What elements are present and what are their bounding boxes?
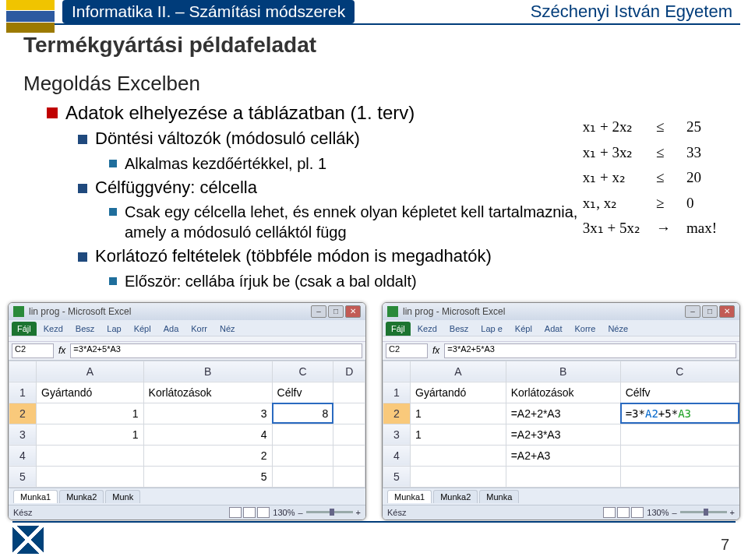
view-mode-icons[interactable] — [603, 507, 644, 518]
sheet-tab[interactable]: Munk — [105, 490, 140, 503]
formula-input[interactable]: =3*A2+5*A3 — [444, 343, 736, 358]
row-header[interactable]: 5 — [383, 466, 411, 487]
cell[interactable] — [333, 424, 365, 445]
tab-layout[interactable]: Lap e — [475, 322, 508, 336]
cell[interactable] — [333, 466, 365, 487]
tab-home[interactable]: Kezd — [412, 322, 443, 336]
fx-icon[interactable]: fx — [58, 345, 65, 356]
sheet-tab[interactable]: Munka1 — [13, 490, 58, 503]
tab-formulas[interactable]: Képl — [129, 322, 157, 336]
cell[interactable]: Gyártandó — [411, 382, 506, 403]
cell[interactable]: 3 — [143, 403, 272, 424]
col-header-c[interactable]: C — [620, 361, 739, 382]
cell[interactable] — [620, 424, 739, 445]
cell[interactable] — [333, 382, 365, 403]
row-header[interactable]: 1 — [383, 382, 411, 403]
zoom-in-button[interactable]: + — [730, 508, 735, 517]
close-button[interactable]: ✕ — [719, 305, 735, 318]
cell[interactable]: =A2+2*A3 — [506, 403, 620, 424]
cell[interactable] — [37, 445, 144, 466]
cell[interactable]: Célfv — [272, 382, 333, 403]
view-mode-icons[interactable] — [229, 507, 270, 518]
cell[interactable]: Gyártandó — [37, 382, 144, 403]
sheet-tab[interactable]: Munka — [479, 490, 519, 503]
tab-formulas[interactable]: Képl — [510, 322, 538, 336]
tab-data[interactable]: Adat — [539, 322, 568, 336]
zoom-out-button[interactable]: – — [672, 508, 676, 517]
cell[interactable] — [333, 403, 365, 424]
row-header[interactable]: 2 — [383, 403, 411, 424]
col-header-b[interactable]: B — [506, 361, 620, 382]
close-button[interactable]: ✕ — [345, 305, 361, 318]
zoom-in-button[interactable]: + — [356, 508, 361, 517]
cell[interactable] — [272, 466, 333, 487]
col-header-b[interactable]: B — [143, 361, 272, 382]
tab-home[interactable]: Kezd — [38, 322, 69, 336]
maximize-button[interactable]: □ — [702, 305, 718, 318]
zoom-level[interactable]: 130% — [273, 508, 295, 517]
cell[interactable]: 1 — [411, 424, 506, 445]
cell[interactable] — [506, 466, 620, 487]
row-header[interactable]: 3 — [9, 424, 37, 445]
row-header[interactable]: 3 — [383, 424, 411, 445]
cell[interactable]: Korlátozások — [143, 382, 272, 403]
tab-file[interactable]: Fájl — [386, 322, 411, 336]
row-header[interactable]: 4 — [383, 445, 411, 466]
cell[interactable]: 5 — [143, 466, 272, 487]
formula-input[interactable]: =3*A2+5*A3 — [70, 343, 362, 358]
minimize-button[interactable]: – — [311, 305, 326, 318]
cell[interactable]: Célfv — [620, 382, 739, 403]
active-cell[interactable]: 8 — [272, 403, 333, 424]
sheet-tab[interactable]: Munka2 — [433, 490, 478, 503]
tab-review[interactable]: Korr — [185, 322, 213, 336]
cell[interactable]: 1 — [411, 403, 506, 424]
tab-view[interactable]: Néz — [214, 322, 241, 336]
tab-view[interactable]: Néze — [602, 322, 633, 336]
cell[interactable] — [411, 445, 506, 466]
cell[interactable]: =A2+A3 — [506, 445, 620, 466]
tab-layout[interactable]: Lap — [101, 322, 126, 336]
row-header[interactable]: 1 — [9, 382, 37, 403]
row-header[interactable]: 4 — [9, 445, 37, 466]
tab-insert[interactable]: Besz — [70, 322, 100, 336]
cell[interactable] — [272, 445, 333, 466]
cell[interactable]: Korlátozások — [506, 382, 620, 403]
cell[interactable] — [37, 466, 144, 487]
sheet-tab[interactable]: Munka2 — [59, 490, 104, 503]
tab-file[interactable]: Fájl — [12, 322, 37, 336]
active-cell-editing[interactable]: =3*A2+5*A3 — [620, 403, 739, 424]
corner-cell[interactable] — [9, 361, 37, 382]
fx-icon[interactable]: fx — [432, 345, 439, 356]
cell[interactable] — [411, 466, 506, 487]
maximize-button[interactable]: □ — [328, 305, 344, 318]
zoom-slider[interactable] — [680, 511, 727, 513]
col-header-a[interactable]: A — [37, 361, 144, 382]
cell[interactable]: =A2+3*A3 — [506, 424, 620, 445]
cell[interactable]: 1 — [37, 403, 144, 424]
cell[interactable]: 2 — [143, 445, 272, 466]
tab-insert[interactable]: Besz — [444, 322, 474, 336]
tab-data[interactable]: Ada — [158, 322, 185, 336]
tab-review[interactable]: Korre — [569, 322, 601, 336]
cell[interactable] — [333, 445, 365, 466]
zoom-level[interactable]: 130% — [647, 508, 669, 517]
cell[interactable] — [272, 424, 333, 445]
col-header-d[interactable]: D — [333, 361, 365, 382]
zoom-slider[interactable] — [306, 511, 353, 513]
name-box[interactable]: C2 — [386, 343, 428, 358]
corner-cell[interactable] — [383, 361, 411, 382]
worksheet-grid[interactable]: A B C D 1 Gyártandó Korlátozások Célfv 2… — [9, 361, 365, 488]
zoom-out-button[interactable]: – — [298, 508, 302, 517]
row-header[interactable]: 2 — [9, 403, 37, 424]
col-header-c[interactable]: C — [272, 361, 333, 382]
minimize-button[interactable]: – — [685, 305, 700, 318]
cell[interactable] — [620, 445, 739, 466]
sheet-tab[interactable]: Munka1 — [387, 490, 432, 503]
name-box[interactable]: C2 — [12, 343, 54, 358]
row-header[interactable]: 5 — [9, 466, 37, 487]
cell[interactable]: 4 — [143, 424, 272, 445]
cell[interactable] — [620, 466, 739, 487]
cell[interactable]: 1 — [37, 424, 144, 445]
worksheet-grid[interactable]: A B C 1 Gyártandó Korlátozások Célfv 2 1… — [383, 361, 739, 488]
col-header-a[interactable]: A — [411, 361, 506, 382]
